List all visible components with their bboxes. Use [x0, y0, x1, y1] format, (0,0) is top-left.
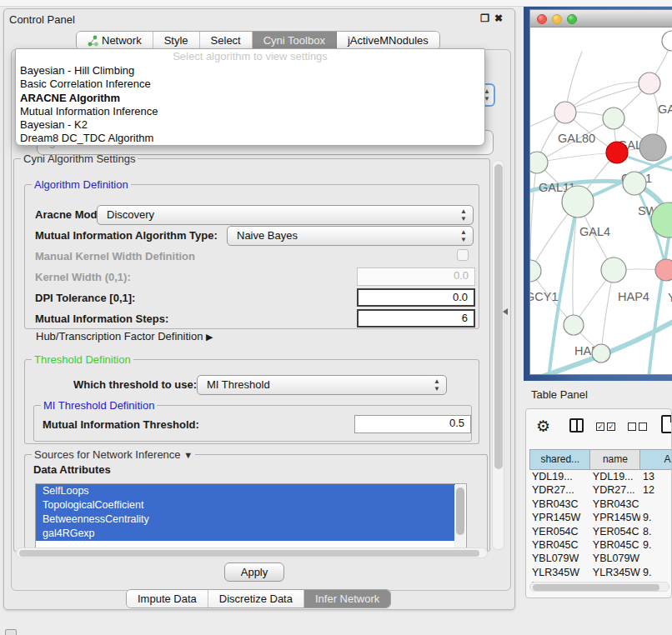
mi-threshold-definition-group: MI Threshold Definition Mutual Informati… [33, 405, 472, 442]
network-window-frame: GALGAL80GAL10GAL1GAL11SWI4GAL4GCY1HAP4YH… [524, 7, 672, 381]
table-hscrollbar[interactable] [529, 582, 669, 592]
network-node[interactable] [639, 134, 666, 161]
network-edge[interactable] [537, 152, 617, 162]
table-row[interactable]: YBR045CYBR045C9. [529, 538, 672, 552]
mi-threshold-definition-legend: MI Threshold Definition [41, 399, 157, 412]
algorithm-dropdown-list: Select algorithm to view settings Bayesi… [15, 48, 485, 146]
dropdown-item[interactable]: Bayesian - Hill Climbing [16, 64, 484, 78]
attributes-scrollbar-thumb[interactable] [456, 488, 464, 535]
table-cell: YBR045C [529, 538, 590, 552]
network-node[interactable] [662, 31, 672, 51]
table-cell [640, 552, 672, 565]
network-edge-highlighted[interactable] [549, 202, 578, 375]
attribute-list-item[interactable]: gal4RGexp [36, 527, 455, 541]
settings-hscrollbar-thumb[interactable] [19, 550, 479, 557]
aracne-mode-combobox[interactable]: Discovery ▲▼ [97, 205, 474, 225]
column-header[interactable]: A [639, 449, 672, 470]
minimize-traffic-light-icon[interactable] [552, 14, 562, 24]
table-row[interactable]: YDR27...YDR27...12 [529, 483, 672, 497]
mi-type-combobox[interactable]: Naive Bayes ▲▼ [227, 226, 474, 246]
network-node-gal11[interactable] [530, 152, 548, 173]
network-window-titlebar[interactable] [530, 10, 672, 28]
table-cell: YER054C [590, 525, 640, 538]
network-node[interactable] [592, 344, 610, 362]
network-node-hap2[interactable] [564, 315, 584, 335]
dropdown-item[interactable]: Mutual Information Inference [16, 105, 484, 118]
settings-vscrollbar[interactable] [492, 160, 504, 550]
sources-legend[interactable]: Sources for Network Inference ▼ [32, 448, 195, 461]
kernel-width-input[interactable]: 0.0 [357, 268, 475, 286]
tab-infer-network[interactable]: Infer Network [304, 590, 390, 608]
table-cell: 9. [640, 538, 672, 552]
table-cell: YPR145W [529, 511, 590, 524]
unchecked-checkboxes-icon[interactable] [628, 422, 647, 431]
table-cell: 9. [640, 566, 672, 579]
dropdown-item[interactable]: Bayesian - K2 [16, 118, 484, 132]
checked-checkboxes-icon[interactable]: ✓✓ [596, 422, 615, 431]
network-view-window[interactable]: GALGAL80GAL10GAL1GAL11SWI4GAL4GCY1HAP4YH… [529, 9, 672, 375]
manual-kernel-checkbox[interactable] [457, 249, 469, 261]
table-row[interactable]: YDL19...YDL19...13 [529, 470, 672, 483]
network-edge[interactable] [530, 162, 537, 271]
tab-label: Infer Network [315, 592, 379, 605]
column-split-icon[interactable] [569, 418, 584, 432]
tab-label: jActiveMNodules [348, 34, 429, 47]
attribute-list-item[interactable]: TopologicalCoefficient [36, 498, 455, 512]
table-row[interactable]: YPR145WYPR145W9. [529, 511, 672, 524]
close-icon[interactable]: ✖ [494, 12, 508, 24]
settings-hscrollbar[interactable] [16, 548, 488, 558]
minimize-icon[interactable]: ❐ [480, 12, 494, 24]
tab-jactivemnodules[interactable]: jActiveMNodules [337, 32, 439, 49]
which-threshold-combobox[interactable]: MI Threshold ▲▼ [197, 375, 447, 395]
mi-steps-input[interactable]: 6 [357, 309, 475, 328]
network-node-gal80[interactable] [554, 102, 576, 123]
network-node-gal4[interactable] [562, 186, 594, 218]
mi-threshold-input[interactable]: 0.5 [354, 415, 471, 433]
tab-style[interactable]: Style [153, 32, 200, 49]
tab-label: Discretize Data [219, 592, 293, 605]
document-icon[interactable] [661, 415, 672, 433]
data-attributes-listbox[interactable]: SelfLoopsTopologicalCoefficientBetweenne… [35, 483, 467, 548]
network-canvas[interactable]: GALGAL80GAL10GAL1GAL11SWI4GAL4GCY1HAP4YH… [530, 28, 672, 375]
dpi-tolerance-input[interactable]: 0.0 [357, 288, 475, 307]
network-edge[interactable] [530, 83, 649, 128]
table-cell: YBR043C [529, 498, 590, 511]
column-header[interactable]: name [589, 449, 639, 470]
tab-discretize-data[interactable]: Discretize Data [208, 590, 304, 608]
apply-button[interactable]: Apply [224, 562, 284, 582]
table-cell: 8. [640, 525, 672, 538]
close-traffic-light-icon[interactable] [537, 14, 547, 24]
tab-label: Impute Data [138, 592, 197, 605]
zoom-traffic-light-icon[interactable] [567, 14, 577, 24]
network-node-gal1[interactable] [606, 142, 628, 163]
network-node-gcy1[interactable] [530, 260, 541, 282]
corner-widget-icon [5, 629, 17, 635]
aracne-mode-value: Discovery [107, 208, 154, 221]
table-cell: 12 [640, 483, 672, 497]
network-node-gal[interactable] [639, 72, 660, 94]
table-row[interactable]: YBR043CYBR043C [529, 498, 672, 511]
dropdown-item[interactable]: ARACNE Algorithm [16, 92, 484, 105]
hub-definition-expander[interactable]: Hub/Transcription Factor Definition ▶ [36, 330, 213, 342]
table-row[interactable]: YBL079WYBL079W [529, 552, 672, 565]
network-node-gal10[interactable] [603, 108, 624, 129]
attributes-scrollbar[interactable] [454, 485, 465, 548]
table-row[interactable]: YLR345WYLR345W9. [529, 566, 672, 579]
attribute-list-item[interactable]: BetweennessCentrality [36, 512, 455, 527]
dropdown-item[interactable]: Dream8 DC_TDC Algorithm [16, 132, 484, 145]
tab-network[interactable]: Network [77, 32, 153, 49]
tab-cyni-toolbox[interactable]: Cyni Toolbox [253, 32, 337, 49]
settings-vscrollbar-thumb[interactable] [494, 164, 503, 469]
network-node-hap4[interactable] [601, 258, 626, 282]
network-node-swi4[interactable] [623, 172, 646, 195]
gear-icon[interactable]: ⚙ [536, 417, 550, 436]
network-node-y[interactable] [655, 259, 672, 281]
tab-impute-data[interactable]: Impute Data [127, 590, 208, 608]
dropdown-item[interactable]: Basic Correlation Inference [16, 78, 484, 91]
threshold-definition-legend: Threshold Definition [32, 353, 133, 366]
attribute-list-item[interactable]: SelfLoops [36, 484, 455, 498]
table-hscrollbar-thumb[interactable] [533, 584, 659, 591]
column-header[interactable]: shared... [529, 449, 589, 470]
tab-select[interactable]: Select [200, 32, 253, 49]
table-row[interactable]: YER054CYER054C8. [529, 525, 672, 538]
